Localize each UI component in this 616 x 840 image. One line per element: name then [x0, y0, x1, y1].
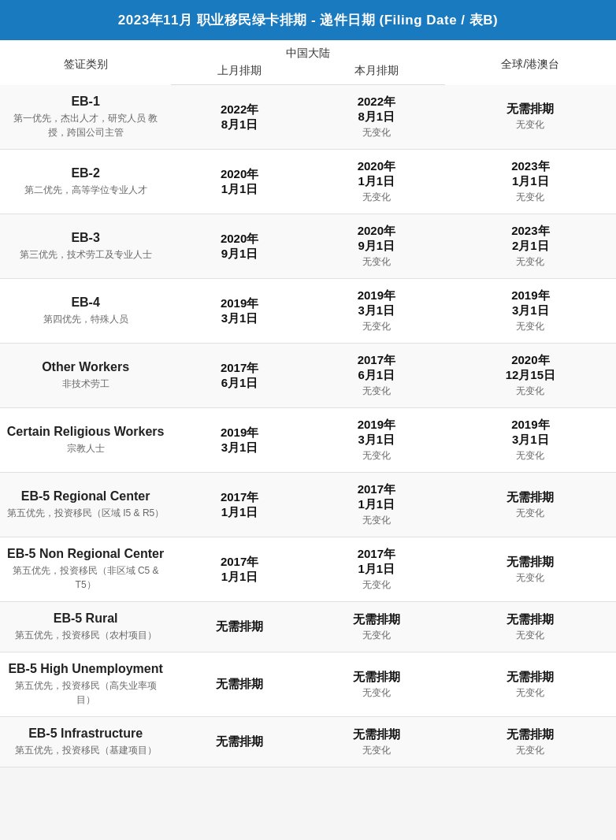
- visa-desc: 第五优先，投资移民（基建项目）: [6, 743, 165, 757]
- last-date-year: 2019年: [177, 426, 302, 440]
- global-date-sub: 无变化: [451, 320, 610, 333]
- global-no-wait: 无需排期: [451, 670, 610, 685]
- current-period-cell: 无需排期无变化: [308, 602, 445, 652]
- global-date-year: 2019年: [451, 288, 610, 303]
- current-period-cell: 2020年9月1日无变化: [308, 214, 445, 279]
- global-date-day: 1月1日: [451, 174, 610, 189]
- last-period-cell: 2019年3月1日: [171, 279, 308, 344]
- global-date-day: 12月15日: [451, 368, 610, 383]
- global-cell: 无需排期无变化: [445, 473, 616, 537]
- visa-desc: 宗教人士: [6, 441, 165, 455]
- header-row-main: 签证类别 中国大陆 全球/港澳台: [0, 40, 616, 62]
- visa-desc: 第四优先，特殊人员: [6, 312, 165, 326]
- global-cell: 无需排期无变化: [445, 602, 616, 652]
- current-date-sub: 无变化: [314, 578, 439, 592]
- current-date-year: 2019年: [314, 288, 439, 303]
- visa-desc: 非技术劳工: [6, 377, 165, 391]
- global-no-wait: 无需排期: [451, 727, 610, 742]
- last-period-cell: 2022年8月1日: [171, 85, 308, 150]
- table-body: EB-1第一优先，杰出人才，研究人员 教授，跨国公司主管2022年8月1日202…: [0, 85, 616, 768]
- last-date-year: 2022年: [177, 102, 302, 117]
- current-date-sub: 无变化: [314, 255, 439, 269]
- col-current-header: 本月排期: [308, 62, 445, 85]
- visa-name: EB-5 Non Regional Center: [6, 547, 165, 561]
- visa-name: EB-2: [6, 166, 165, 180]
- table-row: EB-1第一优先，杰出人才，研究人员 教授，跨国公司主管2022年8月1日202…: [0, 85, 616, 150]
- table-row: EB-2第二优先，高等学位专业人才2020年1月1日2020年1月1日无变化20…: [0, 150, 616, 214]
- current-date-day: 6月1日: [314, 368, 439, 383]
- col-visa-header: 签证类别: [0, 40, 171, 85]
- current-date-sub: 无变化: [314, 514, 439, 527]
- table-row: EB-5 Regional Center第五优先，投资移民（区域 I5 & R5…: [0, 473, 616, 537]
- current-date-sub: 无变化: [314, 191, 439, 204]
- table-row: Certain Religious Workers宗教人士2019年3月1日20…: [0, 408, 616, 473]
- last-period-cell: 2017年1月1日: [171, 473, 308, 537]
- visa-desc: 第五优先，投资移民（高失业率项目）: [6, 678, 165, 707]
- global-date-sub: 无变化: [451, 686, 610, 700]
- visa-desc: 第五优先，投资移民（农村项目）: [6, 628, 165, 642]
- global-date-year: 2023年: [451, 224, 610, 239]
- last-date-day: 1月1日: [177, 182, 302, 197]
- last-date-day: 6月1日: [177, 376, 302, 391]
- table-row: EB-5 High Unemployment第五优先，投资移民（高失业率项目）无…: [0, 652, 616, 717]
- global-date-sub: 无变化: [451, 571, 610, 585]
- last-no-wait: 无需排期: [177, 734, 302, 749]
- last-date-year: 2017年: [177, 555, 302, 570]
- current-date-year: 2020年: [314, 159, 439, 174]
- global-date-sub: 无变化: [451, 191, 610, 204]
- last-date-year: 2017年: [177, 490, 302, 505]
- global-date-year: 2020年: [451, 353, 610, 368]
- current-period-cell: 无需排期无变化: [308, 717, 445, 768]
- global-cell: 2019年3月1日无变化: [445, 279, 616, 344]
- current-date-year: 2017年: [314, 353, 439, 368]
- current-date-day: 1月1日: [314, 562, 439, 577]
- visa-name: EB-5 Rural: [6, 611, 165, 626]
- last-date-day: 9月1日: [177, 247, 302, 262]
- visa-name: EB-5 Regional Center: [6, 489, 165, 504]
- last-period-cell: 无需排期: [171, 717, 308, 768]
- global-date-day: 3月1日: [451, 433, 610, 448]
- current-date-sub: 无变化: [314, 126, 439, 139]
- visa-cell: EB-5 Rural第五优先，投资移民（农村项目）: [0, 602, 171, 652]
- last-period-cell: 无需排期: [171, 602, 308, 652]
- visa-name: EB-1: [6, 95, 165, 109]
- last-period-cell: 2019年3月1日: [171, 408, 308, 473]
- last-date-day: 3月1日: [177, 311, 302, 326]
- global-date-day: 2月1日: [451, 239, 610, 254]
- last-date-day: 1月1日: [177, 570, 302, 585]
- last-period-cell: 无需排期: [171, 652, 308, 717]
- visa-cell: EB-4第四优先，特殊人员: [0, 279, 171, 344]
- current-date-year: 2020年: [314, 224, 439, 239]
- table-row: Other Workers非技术劳工2017年6月1日2017年6月1日无变化2…: [0, 344, 616, 408]
- table-row: EB-5 Rural第五优先，投资移民（农村项目）无需排期无需排期无变化无需排期…: [0, 602, 616, 652]
- current-no-wait: 无需排期: [314, 727, 439, 742]
- current-date-day: 3月1日: [314, 303, 439, 318]
- visa-name: Other Workers: [6, 360, 165, 374]
- visa-desc: 第二优先，高等学位专业人才: [6, 183, 165, 197]
- visa-cell: EB-2第二优先，高等学位专业人才: [0, 150, 171, 214]
- current-date-day: 8月1日: [314, 110, 439, 125]
- visa-desc: 第五优先，投资移民（区域 I5 & R5）: [6, 506, 165, 520]
- current-date-sub: 无变化: [314, 320, 439, 333]
- global-cell: 2019年3月1日无变化: [445, 408, 616, 473]
- global-date-year: 2023年: [451, 159, 610, 174]
- current-date-year: 2019年: [314, 418, 439, 433]
- current-date-sub: 无变化: [314, 449, 439, 463]
- last-date-year: 2019年: [177, 296, 302, 311]
- global-cell: 2023年1月1日无变化: [445, 150, 616, 214]
- global-no-wait: 无需排期: [451, 490, 610, 505]
- last-date-day: 1月1日: [177, 505, 302, 520]
- global-cell: 无需排期无变化: [445, 652, 616, 717]
- global-date-sub: 无变化: [451, 629, 610, 642]
- last-period-cell: 2017年6月1日: [171, 344, 308, 408]
- current-date-sub: 无变化: [314, 385, 439, 398]
- current-date-day: 1月1日: [314, 174, 439, 189]
- visa-name: EB-3: [6, 231, 165, 245]
- col-global-header: 全球/港澳台: [445, 40, 616, 85]
- global-cell: 2020年12月15日无变化: [445, 344, 616, 408]
- last-no-wait: 无需排期: [177, 619, 302, 634]
- visa-table: 签证类别 中国大陆 全球/港澳台 上月排期 本月排期 EB-1第一优先，杰出人才…: [0, 40, 616, 768]
- global-date-sub: 无变化: [451, 507, 610, 520]
- global-date-sub: 无变化: [451, 744, 610, 757]
- last-period-cell: 2020年9月1日: [171, 214, 308, 279]
